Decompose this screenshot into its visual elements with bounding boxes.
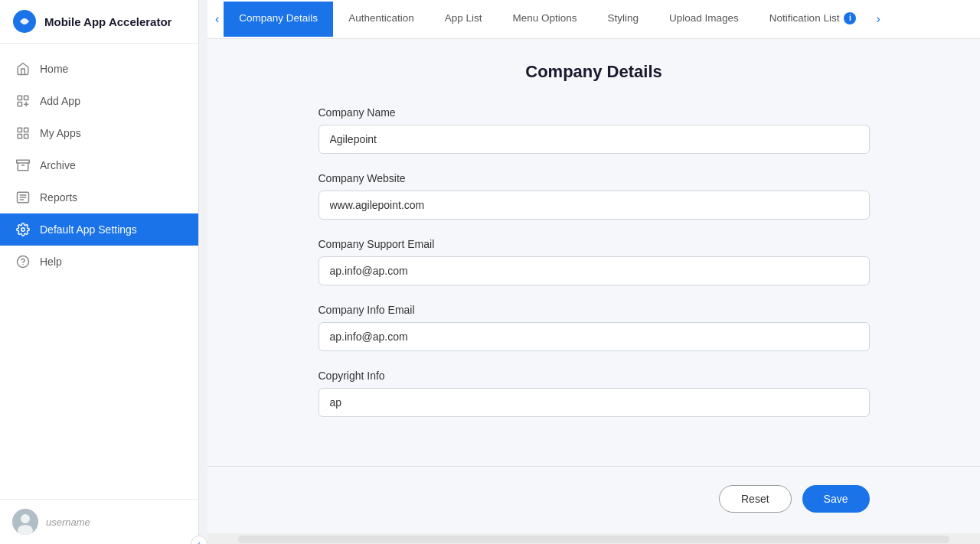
tab-styling[interactable]: Styling — [593, 2, 655, 37]
home-icon — [15, 61, 31, 77]
main-content: ‹ Company Details Authentication App Lis… — [207, 0, 980, 544]
sidebar: Mobile App Accelerator Home — [0, 0, 199, 544]
tab-menu-options-label: Menu Options — [512, 12, 577, 24]
sidebar-footer: username — [0, 499, 198, 544]
tab-company-details[interactable]: Company Details — [224, 2, 333, 37]
user-name: username — [46, 516, 90, 528]
svg-point-20 — [21, 514, 30, 523]
reset-button[interactable]: Reset — [719, 485, 792, 513]
svg-rect-10 — [17, 160, 30, 163]
app-logo — [12, 9, 37, 34]
save-button[interactable]: Save — [802, 485, 870, 513]
horizontal-scrollbar[interactable] — [238, 536, 949, 543]
sidebar-item-archive-label: Archive — [40, 159, 76, 171]
sidebar-item-default-app-settings-label: Default App Settings — [40, 223, 137, 236]
form-title: Company Details — [318, 62, 870, 82]
sidebar-item-add-app-label: Add App — [40, 95, 80, 107]
tab-notification-list-label: Notification List — [769, 12, 840, 24]
reports-icon — [15, 190, 31, 205]
form-group-company-info-email: Company Info Email — [318, 304, 870, 351]
add-app-icon — [15, 93, 31, 109]
label-copyright-info: Copyright Info — [318, 370, 870, 382]
input-company-name[interactable] — [318, 125, 870, 154]
form-container: Company Details Company Name Company Web… — [303, 39, 885, 458]
tab-upload-images-label: Upload Images — [669, 12, 739, 24]
tab-authentication[interactable]: Authentication — [333, 2, 430, 37]
input-company-website[interactable] — [318, 191, 870, 220]
svg-rect-1 — [18, 96, 21, 99]
tab-upload-images[interactable]: Upload Images — [654, 2, 754, 37]
svg-point-16 — [21, 228, 25, 232]
sidebar-item-archive[interactable]: Archive — [0, 149, 198, 181]
input-company-support-email[interactable] — [318, 256, 870, 285]
sidebar-collapse-button[interactable]: ‹ — [191, 536, 207, 544]
sidebar-title: Mobile App Accelerator — [44, 15, 172, 28]
settings-icon — [15, 222, 31, 237]
sidebar-header: Mobile App Accelerator — [0, 0, 198, 44]
sidebar-item-default-app-settings[interactable]: Default App Settings — [0, 213, 198, 246]
tab-notification-list[interactable]: Notification List i — [754, 2, 872, 37]
tab-authentication-label: Authentication — [348, 12, 414, 24]
form-divider — [207, 466, 980, 467]
label-company-support-email: Company Support Email — [318, 238, 870, 250]
form-group-company-website: Company Website — [318, 172, 870, 220]
form-group-copyright-info: Copyright Info — [318, 370, 870, 417]
my-apps-icon — [15, 125, 31, 141]
sidebar-item-add-app[interactable]: Add App — [0, 85, 198, 117]
label-company-info-email: Company Info Email — [318, 304, 870, 316]
tab-styling-label: Styling — [608, 12, 639, 24]
sidebar-item-home-label: Home — [40, 63, 68, 75]
sidebar-item-help-label: Help — [40, 256, 62, 268]
svg-rect-3 — [18, 103, 21, 106]
content-area: Company Details Company Name Company Web… — [207, 39, 980, 533]
tab-menu-options[interactable]: Menu Options — [497, 2, 592, 37]
tab-app-list-label: App List — [445, 12, 482, 24]
input-copyright-info[interactable] — [318, 388, 870, 417]
tab-bar: ‹ Company Details Authentication App Lis… — [207, 0, 980, 39]
sidebar-item-my-apps-label: My Apps — [40, 127, 81, 139]
sidebar-item-reports-label: Reports — [40, 191, 77, 204]
label-company-name: Company Name — [318, 106, 870, 119]
svg-rect-6 — [18, 128, 21, 132]
tab-next-button[interactable]: › — [871, 0, 884, 38]
notification-info-icon: i — [844, 12, 856, 24]
form-actions: Reset Save — [303, 485, 885, 513]
label-company-website: Company Website — [318, 172, 870, 184]
sidebar-item-help[interactable]: Help — [0, 246, 198, 278]
sidebar-item-reports[interactable]: Reports — [0, 181, 198, 213]
svg-rect-7 — [24, 128, 28, 132]
input-company-info-email[interactable] — [318, 322, 870, 351]
tab-company-details-label: Company Details — [239, 12, 318, 24]
svg-rect-2 — [24, 96, 28, 99]
sidebar-item-home[interactable]: Home — [0, 53, 198, 85]
help-icon — [15, 254, 31, 269]
form-group-company-name: Company Name — [318, 106, 870, 154]
sidebar-item-my-apps[interactable]: My Apps — [0, 117, 198, 149]
form-group-company-support-email: Company Support Email — [318, 238, 870, 285]
tab-prev-button[interactable]: ‹ — [211, 0, 224, 38]
tab-app-list[interactable]: App List — [430, 2, 498, 37]
svg-rect-8 — [18, 135, 21, 138]
avatar — [12, 509, 38, 535]
svg-rect-9 — [24, 135, 28, 138]
sidebar-nav: Home Add App — [0, 44, 198, 499]
bottom-scroll-area — [207, 533, 980, 544]
archive-icon — [15, 158, 31, 173]
